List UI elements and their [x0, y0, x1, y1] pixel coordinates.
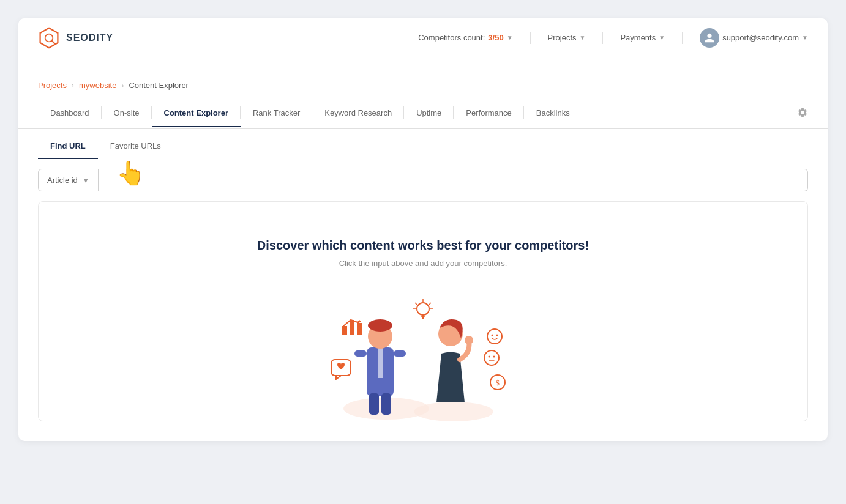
topbar-divider-2 [602, 32, 603, 44]
tab-content-explorer-label: Content Explorer [164, 108, 228, 117]
empty-state-title: Discover which content works best for yo… [51, 239, 795, 253]
sub-tab-favorite-urls[interactable]: Favorite URLs [98, 134, 173, 159]
svg-point-32 [484, 350, 499, 365]
breadcrumb-mywebsite[interactable]: mywebsite [79, 81, 116, 90]
sub-tab-find-url[interactable]: Find URL [38, 134, 98, 159]
tab-onsite[interactable]: On-site [102, 100, 152, 127]
breadcrumb-sep-1: › [72, 81, 74, 90]
page-wrapper: SEODITY Competitors count: 3/50 ▼ Projec… [0, 0, 846, 504]
competitors-label: Competitors count: [418, 33, 485, 42]
svg-rect-10 [394, 350, 406, 357]
svg-rect-16 [350, 320, 354, 335]
svg-marker-18 [357, 320, 362, 322]
svg-rect-9 [354, 350, 367, 357]
svg-point-19 [417, 303, 429, 315]
competitors-chevron-icon: ▼ [507, 34, 513, 41]
payments-menu[interactable]: Payments ▼ [620, 33, 665, 42]
dropdown-label: Article id [47, 176, 78, 185]
tab-backlinks-label: Backlinks [536, 108, 570, 117]
search-input[interactable] [99, 169, 808, 191]
tab-performance[interactable]: Performance [454, 100, 523, 127]
sub-tab-favorite-urls-label: Favorite URLs [110, 141, 161, 150]
breadcrumb-projects[interactable]: Projects [38, 81, 67, 90]
svg-marker-28 [336, 376, 341, 379]
projects-menu[interactable]: Projects ▼ [548, 33, 586, 42]
nav-tabs: Dashboard On-site Content Explorer Rank … [18, 98, 828, 129]
gear-icon [797, 107, 808, 120]
payments-chevron-icon: ▼ [659, 34, 665, 41]
logo-area: SEODITY [38, 27, 113, 49]
svg-line-23 [429, 303, 431, 305]
avatar [700, 28, 719, 48]
topbar-right: Competitors count: 3/50 ▼ Projects ▼ Pay… [418, 28, 808, 48]
logo-icon [38, 27, 60, 49]
tab-rank-tracker[interactable]: Rank Tracker [241, 100, 312, 127]
tab-backlinks[interactable]: Backlinks [524, 100, 582, 127]
competitors-count-item[interactable]: Competitors count: 3/50 ▼ [418, 33, 512, 42]
main-card: SEODITY Competitors count: 3/50 ▼ Projec… [18, 18, 828, 441]
settings-button[interactable] [785, 98, 808, 128]
tab-onsite-label: On-site [114, 108, 140, 117]
topbar-divider-1 [530, 32, 531, 44]
illustration-svg: $ [313, 286, 533, 421]
svg-point-30 [492, 335, 493, 336]
projects-label: Projects [548, 33, 577, 42]
logo-text: SEODITY [66, 32, 113, 43]
user-chevron-icon: ▼ [802, 34, 808, 41]
dropdown-chevron-icon: ▼ [83, 177, 89, 184]
svg-rect-12 [381, 393, 391, 415]
user-email: support@seodity.com [722, 33, 799, 42]
projects-chevron-icon: ▼ [580, 34, 586, 41]
breadcrumb-current: Content Explorer [129, 81, 189, 90]
svg-point-14 [465, 336, 473, 344]
user-menu[interactable]: support@seodity.com ▼ [700, 28, 808, 48]
svg-text:$: $ [496, 379, 500, 387]
tab-keyword-research[interactable]: Keyword Research [312, 100, 404, 127]
payments-label: Payments [620, 33, 656, 42]
svg-line-2 [52, 40, 55, 43]
tab-rank-tracker-label: Rank Tracker [253, 108, 300, 117]
filter-row: Article id ▼ 👆 [18, 159, 828, 201]
svg-point-33 [489, 356, 490, 358]
svg-rect-15 [342, 326, 347, 335]
svg-point-34 [493, 356, 495, 358]
tab-keyword-research-label: Keyword Research [324, 108, 392, 117]
breadcrumb: Projects › mywebsite › Content Explorer [18, 72, 828, 98]
svg-rect-6 [378, 347, 383, 378]
competitors-value: 3/50 [488, 33, 503, 42]
tab-dashboard-label: Dashboard [50, 108, 89, 117]
svg-rect-11 [369, 393, 379, 415]
topbar-divider-3 [682, 32, 683, 44]
tab-dashboard[interactable]: Dashboard [38, 100, 102, 127]
svg-marker-0 [40, 28, 58, 47]
article-dropdown[interactable]: Article id ▼ [38, 169, 99, 191]
topbar: SEODITY Competitors count: 3/50 ▼ Projec… [18, 18, 828, 57]
svg-line-24 [415, 303, 417, 305]
svg-point-29 [487, 329, 502, 344]
illustration: $ [51, 286, 795, 421]
svg-rect-17 [357, 323, 362, 335]
breadcrumb-sep-2: › [121, 81, 124, 90]
tab-performance-label: Performance [466, 108, 511, 117]
empty-state-panel: Discover which content works best for yo… [38, 201, 808, 421]
empty-state-subtitle: Click the input above and add your compe… [51, 259, 795, 268]
tab-uptime[interactable]: Uptime [404, 100, 454, 127]
svg-point-8 [368, 319, 392, 332]
svg-point-4 [414, 402, 493, 421]
tab-content-explorer[interactable]: Content Explorer [152, 100, 241, 127]
sub-tab-find-url-label: Find URL [50, 141, 86, 150]
sub-tabs: Find URL Favorite URLs [18, 134, 828, 159]
tab-uptime-label: Uptime [416, 108, 441, 117]
svg-point-31 [496, 335, 498, 336]
